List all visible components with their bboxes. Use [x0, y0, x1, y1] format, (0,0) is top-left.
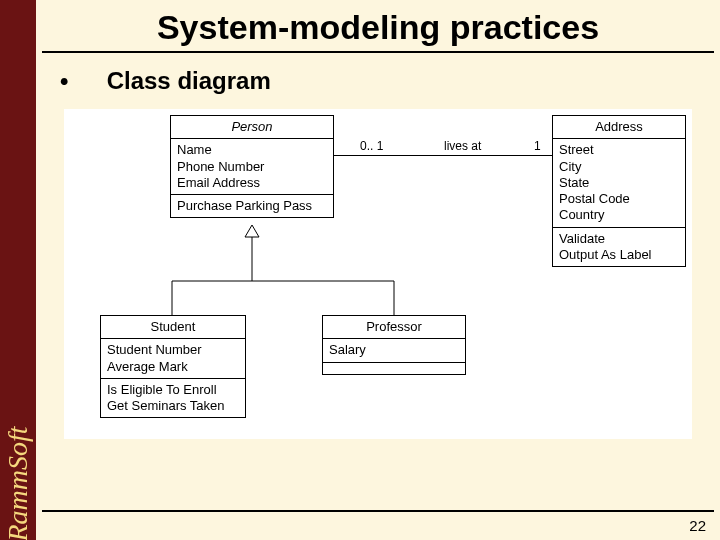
- op: Get Seminars Taken: [107, 398, 239, 414]
- class-attributes: Salary: [323, 338, 465, 361]
- attr: Student Number: [107, 342, 239, 358]
- class-person: Person Name Phone Number Email Address P…: [170, 115, 334, 218]
- attr: Name: [177, 142, 327, 158]
- bullet-text: Class diagram: [107, 67, 271, 94]
- op: Is Eligible To Enroll: [107, 382, 239, 398]
- mult-right: 1: [534, 139, 541, 153]
- attr: Average Mark: [107, 359, 239, 375]
- class-professor: Professor Salary: [322, 315, 466, 375]
- svg-marker-0: [245, 225, 259, 237]
- op: Validate: [559, 231, 679, 247]
- brand-sidebar: RammSoft: [0, 0, 36, 540]
- brand-text: RammSoft: [2, 426, 34, 540]
- class-student: Student Student Number Average Mark Is E…: [100, 315, 246, 418]
- attr: Postal Code: [559, 191, 679, 207]
- op: Output As Label: [559, 247, 679, 263]
- uml-diagram: Person Name Phone Number Email Address P…: [64, 109, 692, 439]
- assoc-line: [334, 155, 552, 156]
- class-name: Professor: [323, 316, 465, 338]
- attr: Phone Number: [177, 159, 327, 175]
- class-name: Student: [101, 316, 245, 338]
- attr: Email Address: [177, 175, 327, 191]
- class-name: Person: [171, 116, 333, 138]
- mult-left: 0.. 1: [360, 139, 383, 153]
- class-address: Address Street City State Postal Code Co…: [552, 115, 686, 267]
- attr: State: [559, 175, 679, 191]
- class-name: Address: [553, 116, 685, 138]
- attr: Salary: [329, 342, 459, 358]
- slide-title: System-modeling practices: [36, 0, 720, 51]
- class-attributes: Street City State Postal Code Country: [553, 138, 685, 226]
- footer-divider: [42, 510, 714, 512]
- assoc-label: lives at: [444, 139, 481, 153]
- class-operations: [323, 362, 465, 374]
- attr: Country: [559, 207, 679, 223]
- attr: Street: [559, 142, 679, 158]
- class-attributes: Student Number Average Mark: [101, 338, 245, 378]
- class-operations: Is Eligible To Enroll Get Seminars Taken: [101, 378, 245, 418]
- attr: City: [559, 159, 679, 175]
- page-number: 22: [689, 517, 706, 534]
- bullet-item: • Class diagram: [36, 53, 720, 103]
- class-operations: Purchase Parking Pass: [171, 194, 333, 217]
- op: Purchase Parking Pass: [177, 198, 327, 214]
- class-attributes: Name Phone Number Email Address: [171, 138, 333, 194]
- slide-content: System-modeling practices • Class diagra…: [36, 0, 720, 540]
- bullet-marker: •: [60, 67, 100, 95]
- class-operations: Validate Output As Label: [553, 227, 685, 267]
